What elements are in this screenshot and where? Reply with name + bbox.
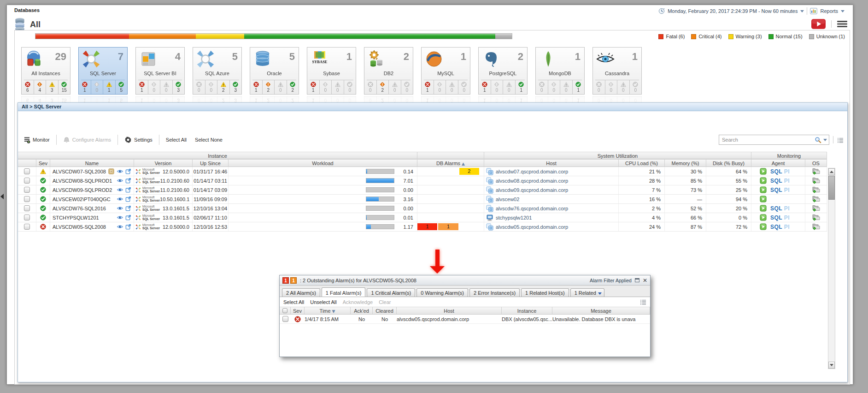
external-link-icon[interactable] bbox=[125, 187, 131, 193]
view-eye-icon[interactable] bbox=[117, 196, 123, 202]
view-eye-icon[interactable] bbox=[117, 224, 123, 229]
hamburger-menu-icon[interactable] bbox=[837, 20, 847, 28]
monitor-button[interactable]: Monitor bbox=[22, 135, 52, 145]
column-header-memory-[interactable]: Memory (%) bbox=[665, 159, 706, 167]
vertical-scrollbar[interactable] bbox=[828, 168, 835, 369]
view-eye-icon[interactable] bbox=[117, 215, 123, 220]
popup-tab-1[interactable]: 2 All Alarm(s) bbox=[282, 288, 320, 297]
db-tile-db2[interactable]: 2DB20200 bbox=[364, 47, 413, 95]
sql-pi-link[interactable]: SQL PI bbox=[770, 187, 790, 193]
db-tile-sql-azure[interactable]: 5SQL Azure0023 bbox=[193, 47, 242, 95]
popup-column-select[interactable] bbox=[280, 307, 291, 315]
os-folders-icon[interactable] bbox=[812, 223, 820, 230]
popup-tab-2[interactable]: 1 Fatal Alarm(s) bbox=[322, 287, 366, 297]
alarm-badge-fatal[interactable]: 1 bbox=[417, 223, 437, 230]
alarm-badge-warning[interactable]: 2 bbox=[459, 168, 479, 175]
row-checkbox[interactable] bbox=[24, 168, 30, 174]
alarm-badge-critical[interactable]: 1 bbox=[438, 223, 458, 230]
column-header-db-alarms[interactable]: DB Alarms ▲ bbox=[417, 159, 484, 167]
column-header-version[interactable]: Version bbox=[134, 159, 193, 167]
popup-select-all-button[interactable]: Select All bbox=[283, 299, 304, 305]
agent-play-icon[interactable] bbox=[760, 214, 767, 221]
sql-pi-link[interactable]: SQL PI bbox=[770, 214, 790, 221]
scroll-down-button[interactable] bbox=[828, 362, 835, 369]
db-tile-sybase[interactable]: SYBASE1Sybase1000 bbox=[307, 47, 356, 95]
search-options-dropdown-icon[interactable] bbox=[823, 139, 827, 141]
external-link-icon[interactable] bbox=[125, 168, 131, 174]
row-checkbox[interactable] bbox=[24, 205, 30, 211]
close-icon[interactable]: ✕ bbox=[643, 277, 647, 284]
external-link-icon[interactable] bbox=[125, 178, 131, 184]
sql-pi-link[interactable]: SQL PI bbox=[770, 178, 790, 184]
row-checkbox[interactable] bbox=[24, 187, 30, 193]
view-eye-icon[interactable] bbox=[117, 206, 123, 211]
popup-column-sev[interactable]: Sev bbox=[291, 307, 305, 315]
popup-tab-3[interactable]: 1 Critical Alarm(s) bbox=[367, 288, 415, 297]
agent-play-icon[interactable] bbox=[760, 177, 767, 184]
popup-tab-7[interactable]: 1 Related bbox=[570, 288, 604, 297]
db-tile-postgresql[interactable]: 2PostgreSQL1001 bbox=[478, 47, 528, 95]
agent-play-icon[interactable] bbox=[760, 168, 767, 175]
scroll-up-button[interactable] bbox=[828, 168, 835, 175]
time-range-dropdown-icon[interactable] bbox=[800, 10, 804, 12]
popup-tab-4[interactable]: 0 Warning Alarm(s) bbox=[416, 288, 468, 297]
row-checkbox[interactable] bbox=[24, 214, 30, 220]
reports-button[interactable]: Reports bbox=[820, 8, 838, 14]
agent-play-icon[interactable] bbox=[760, 223, 767, 230]
popup-column-ack-ed[interactable]: Ack'ed bbox=[351, 307, 373, 315]
row-checkbox[interactable] bbox=[24, 224, 30, 230]
select-all-button[interactable]: Select All bbox=[164, 136, 188, 144]
sql-pi-link[interactable]: SQL PI bbox=[770, 224, 790, 230]
db-tile-oracle[interactable]: 5Oracle1202 bbox=[250, 47, 299, 95]
sql-pi-link[interactable]: SQL PI bbox=[770, 205, 790, 212]
agent-play-icon[interactable] bbox=[760, 205, 767, 212]
popup-column-host[interactable]: Host bbox=[397, 307, 502, 315]
db-tile-sql-server[interactable]: 7SQL Server1015 bbox=[78, 47, 128, 95]
scrollbar-thumb[interactable] bbox=[828, 176, 835, 200]
youtube-icon[interactable] bbox=[811, 19, 826, 29]
popup-unselect-all-button[interactable]: Unselect All bbox=[310, 299, 336, 305]
column-header-agent[interactable]: Agent bbox=[751, 159, 805, 167]
column-header-select[interactable] bbox=[18, 159, 36, 167]
popup-clear-button[interactable]: Clear bbox=[379, 299, 391, 305]
popup-tab-6[interactable]: 1 Related Host(s) bbox=[521, 288, 569, 297]
view-eye-icon[interactable] bbox=[117, 187, 123, 192]
column-header-up-since[interactable]: Up Since bbox=[193, 159, 229, 167]
db-tile-mongodb[interactable]: 1MongoDB0001 bbox=[535, 47, 585, 95]
popup-tab-5[interactable]: 2 Error Instance(s) bbox=[469, 288, 520, 297]
column-header-disk-busy-[interactable]: Disk (% Busy) bbox=[706, 159, 751, 167]
agent-play-icon[interactable] bbox=[760, 186, 767, 193]
external-link-icon[interactable] bbox=[125, 214, 131, 220]
db-tile-mysql[interactable]: 1MySQL1000 bbox=[421, 47, 470, 95]
column-header-host[interactable]: Host bbox=[484, 159, 619, 167]
os-folders-icon[interactable] bbox=[812, 214, 820, 221]
external-link-icon[interactable] bbox=[125, 224, 131, 230]
select-all-checkbox[interactable] bbox=[282, 308, 287, 313]
os-folders-icon[interactable] bbox=[812, 186, 820, 193]
popup-acknowledge-button[interactable]: Acknowledge bbox=[343, 299, 373, 305]
sidebar-collapse-handle[interactable] bbox=[0, 193, 5, 200]
db-tile-cassandra[interactable]: 1Cassandra0000 bbox=[592, 47, 642, 95]
column-header-sev[interactable]: Sev bbox=[36, 159, 50, 167]
db-tile-all-instances[interactable]: 29All Instances64315 bbox=[21, 47, 70, 95]
configure-alarms-button[interactable]: Configure Alarms bbox=[61, 135, 113, 145]
list-menu-icon[interactable] bbox=[640, 299, 646, 305]
report-box-icon[interactable] bbox=[108, 168, 115, 175]
row-checkbox[interactable] bbox=[24, 178, 30, 184]
view-eye-icon[interactable] bbox=[117, 169, 123, 174]
sql-pi-link[interactable]: SQL PI bbox=[770, 168, 790, 175]
os-folders-icon[interactable] bbox=[812, 177, 820, 184]
column-header-os[interactable]: OS bbox=[805, 159, 827, 167]
search-magnifier-icon[interactable] bbox=[815, 137, 821, 143]
time-range-label[interactable]: Monday, February 20, 2017 2:24:39 PM - N… bbox=[668, 8, 798, 14]
popup-column-time[interactable]: Time ▼ bbox=[305, 307, 351, 315]
settings-button[interactable]: Settings bbox=[123, 135, 154, 145]
row-checkbox[interactable] bbox=[24, 196, 30, 202]
restore-window-icon[interactable] bbox=[635, 278, 639, 282]
column-header-cpu-load-[interactable]: CPU Load (%) bbox=[619, 159, 665, 167]
row-checkbox[interactable] bbox=[282, 316, 288, 322]
list-menu-icon[interactable] bbox=[837, 137, 844, 143]
os-folders-icon[interactable] bbox=[812, 168, 820, 175]
column-header-workload[interactable]: Workload bbox=[229, 159, 417, 167]
reports-dropdown-icon[interactable] bbox=[841, 10, 845, 12]
